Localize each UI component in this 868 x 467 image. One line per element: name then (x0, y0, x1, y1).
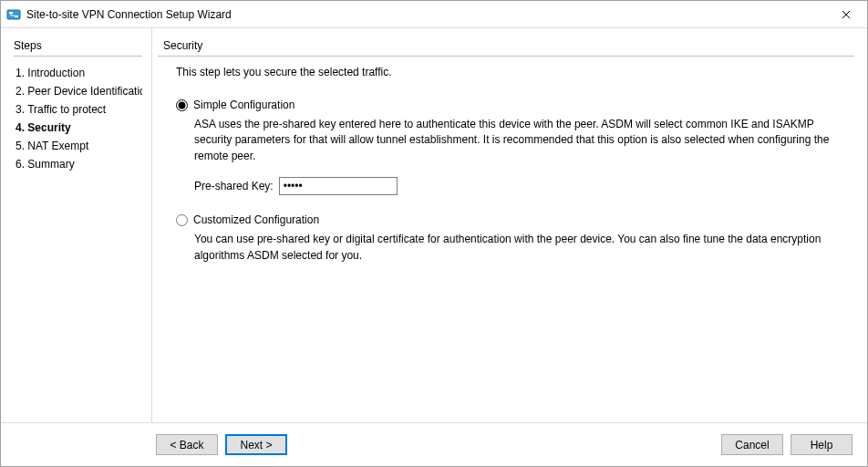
option-simple[interactable]: Simple Configuration (176, 99, 854, 111)
back-button[interactable]: < Back (156, 434, 218, 455)
option-custom[interactable]: Customized Configuration (176, 213, 854, 226)
help-button[interactable]: Help (790, 434, 852, 455)
psk-label: Pre-shared Key: (194, 180, 274, 192)
content-heading: Security (158, 39, 854, 52)
svg-rect-2 (15, 16, 18, 17)
step-peer-device[interactable]: 2. Peer Device Identificatio (14, 82, 142, 100)
option-custom-label: Customized Configuration (193, 213, 319, 226)
wizard-window: Site-to-site VPN Connection Setup Wizard… (0, 0, 868, 467)
titlebar: Site-to-site VPN Connection Setup Wizard (1, 1, 867, 28)
radio-custom[interactable] (176, 214, 188, 226)
content-panel: Security This step lets you secure the s… (151, 28, 867, 422)
next-button[interactable]: Next > (225, 434, 287, 455)
app-icon (6, 7, 21, 22)
step-traffic[interactable]: 3. Traffic to protect (14, 100, 142, 119)
steps-list: 1. Introduction 2. Peer Device Identific… (14, 64, 142, 173)
steps-panel: Steps 1. Introduction 2. Peer Device Ide… (1, 28, 151, 422)
step-nat-exempt[interactable]: 5. NAT Exempt (14, 137, 142, 155)
close-button[interactable] (825, 1, 867, 27)
step-security[interactable]: 4. Security (14, 119, 142, 137)
psk-row: Pre-shared Key: (194, 177, 854, 195)
step-summary[interactable]: 6. Summary (14, 155, 142, 173)
wizard-body: Steps 1. Introduction 2. Peer Device Ide… (1, 28, 867, 422)
svg-rect-0 (7, 10, 20, 19)
option-custom-description: You can use pre-shared key or digital ce… (194, 232, 854, 264)
intro-text: This step lets you secure the selected t… (176, 66, 854, 78)
radio-simple[interactable] (176, 99, 188, 111)
step-introduction[interactable]: 1. Introduction (14, 64, 142, 82)
button-bar: < Back Next > Cancel Help (1, 422, 867, 466)
window-title: Site-to-site VPN Connection Setup Wizard (26, 8, 232, 21)
content-rule (158, 56, 854, 57)
steps-heading: Steps (14, 39, 142, 52)
psk-input[interactable] (279, 177, 398, 195)
option-simple-label: Simple Configuration (193, 99, 294, 111)
option-simple-description: ASA uses the pre-shared key entered here… (194, 117, 854, 164)
cancel-button[interactable]: Cancel (721, 434, 783, 455)
content-body: This step lets you secure the selected t… (158, 66, 854, 276)
steps-rule (14, 56, 142, 57)
svg-rect-1 (9, 12, 13, 14)
